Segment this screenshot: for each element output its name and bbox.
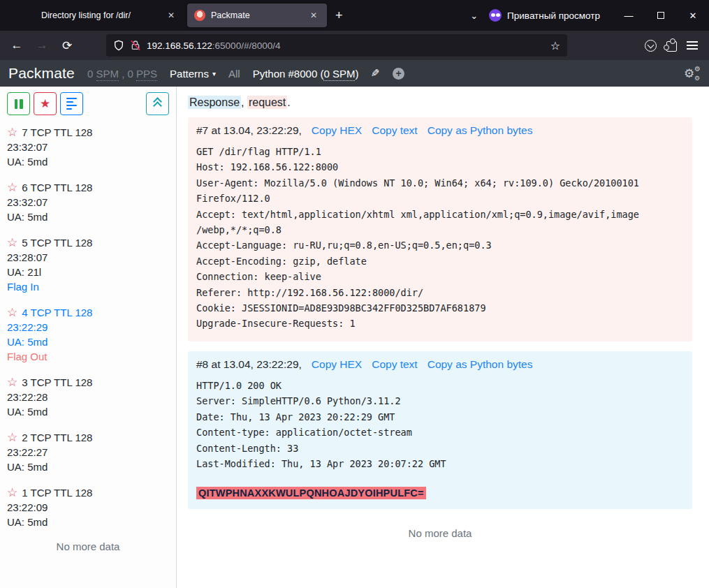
stream-star-icon[interactable]: ☆ (7, 237, 17, 249)
service-spm: 0 SPM (323, 68, 355, 81)
summary-separator: , (241, 96, 247, 108)
pause-icon (15, 99, 23, 109)
edit-service-icon[interactable]: ✎ (371, 67, 380, 80)
copy-hex-link[interactable]: Copy HEX (312, 358, 362, 371)
stream-star-icon[interactable]: ☆ (7, 432, 17, 443)
menu-icon[interactable] (687, 41, 698, 50)
close-tab-icon[interactable]: ✕ (165, 9, 177, 22)
spm-label: SPM (96, 68, 119, 81)
stream-ua: UA: 5md (7, 460, 169, 474)
traffic-stats: 0 SPM , 0 PPS (87, 68, 157, 80)
close-window-button[interactable]: ✕ (677, 0, 709, 31)
packmate-favicon-icon (194, 10, 205, 21)
stream-title: 7 TCP TTL 128 (22, 125, 92, 140)
summary-response-tag: Response (188, 96, 241, 109)
packet-detail-pane: Response, request. #7 at 13.04, 23:22:29… (177, 87, 709, 588)
stream-title: 5 TCP TTL 128 (22, 235, 92, 250)
tab-directory-listing[interactable]: Directory listing for /dir/ ✕ (6, 3, 184, 27)
back-icon[interactable]: ← (6, 35, 28, 56)
scroll-to-top-button[interactable] (146, 92, 169, 115)
bookmark-star-icon[interactable]: ☆ (550, 39, 560, 52)
pocket-icon[interactable] (645, 40, 657, 52)
minimize-button[interactable]: — (613, 0, 645, 31)
stream-time: 23:28:07 (7, 250, 169, 265)
summary-period: . (287, 96, 290, 108)
copy-text-link[interactable]: Copy text (372, 124, 417, 137)
stream-star-icon[interactable]: ☆ (7, 487, 17, 499)
stream-title: 2 TCP TTL 128 (22, 430, 92, 445)
pattern-match-flag: QITWPHNAXXKWULPQNHOAJDYOIHPULFC= (196, 487, 426, 499)
tab-strip: Directory listing for /dir/ ✕ Packmate ✕… (0, 0, 709, 31)
stream-star-icon[interactable]: ☆ (7, 376, 17, 388)
toolbar-right (645, 39, 703, 52)
pps-value: 0 (128, 68, 137, 80)
copy-python-link[interactable]: Copy as Python bytes (427, 358, 533, 371)
stream-ua: UA: 5md (7, 154, 169, 169)
stream-entry-1[interactable]: ☆1 TCP TTL 128 23:22:09 UA: 5md (7, 485, 169, 529)
pause-button[interactable] (7, 92, 30, 115)
stream-star-icon[interactable]: ☆ (7, 182, 17, 193)
main-no-more-data: No more data (188, 527, 692, 539)
extensions-icon[interactable] (666, 41, 677, 52)
new-tab-button[interactable]: + (328, 7, 350, 24)
patterns-dropdown[interactable]: Patterns▾ (170, 68, 216, 80)
maximize-button[interactable] (645, 0, 677, 31)
packet-7-request-block: #7 at 13.04, 23:22:29, Copy HEX Copy tex… (188, 117, 692, 341)
service-selector[interactable]: Python #8000 (0 SPM) (253, 68, 359, 80)
private-mask-icon (489, 9, 502, 22)
copy-text-link[interactable]: Copy text (372, 358, 417, 371)
packet-7-header: #7 at 13.04, 23:22:29, Copy HEX Copy tex… (196, 124, 684, 137)
stream-ua: UA: 5md (7, 210, 169, 224)
copy-python-link[interactable]: Copy as Python bytes (427, 124, 533, 137)
stream-entry-3[interactable]: ☆3 TCP TTL 128 23:22:28 UA: 5md (7, 375, 169, 419)
stream-ua: UA: 5md (7, 335, 169, 349)
sidebar-no-more-data: No more data (7, 541, 169, 552)
stream-title: 1 TCP TTL 128 (22, 485, 92, 500)
stream-entry-6[interactable]: ☆6 TCP TTL 128 23:32:07 UA: 5md (7, 180, 169, 224)
close-tab-icon[interactable]: ✕ (307, 9, 320, 22)
star-icon: ★ (40, 98, 50, 110)
packet-7-meta: #7 at 13.04, 23:22:29, (196, 124, 302, 137)
packet-8-header: #8 at 13.04, 23:22:29, Copy HEX Copy tex… (196, 358, 684, 371)
stream-entry-4-selected[interactable]: ☆4 TCP TTL 128 23:22:29 UA: 5md Flag Out (7, 305, 169, 364)
url-text[interactable]: 192.168.56.122:65000/#/8000/4 (147, 41, 545, 51)
double-chevron-up-icon (154, 101, 161, 109)
app-content: ★ ☆7 TCP TTL 128 23:32:07 UA: 5md ☆6 TCP… (0, 87, 709, 588)
tab-title: Directory listing for /dir/ (13, 10, 159, 20)
tab-packmate[interactable]: Packmate ✕ (187, 3, 327, 27)
stream-time: 23:22:27 (7, 445, 169, 460)
stream-entry-7[interactable]: ☆7 TCP TTL 128 23:32:07 UA: 5md (7, 125, 169, 169)
stream-star-icon[interactable]: ☆ (7, 126, 17, 138)
url-bar[interactable]: 192.168.56.122:65000/#/8000/4 ☆ (106, 34, 567, 57)
list-view-button[interactable] (60, 92, 83, 115)
summary-request-tag: request (247, 96, 287, 109)
stream-star-icon[interactable]: ☆ (7, 307, 17, 318)
sidebar-button-group: ★ (7, 92, 83, 115)
private-browsing-badge: Приватный просмотр (489, 9, 600, 22)
app-header: Packmate 0 SPM , 0 PPS Patterns▾ All Pyt… (0, 60, 709, 87)
insecure-lock-icon[interactable] (130, 40, 141, 51)
private-browsing-label: Приватный просмотр (507, 10, 600, 21)
reload-icon[interactable]: ⟳ (56, 35, 78, 56)
stream-entry-5[interactable]: ☆5 TCP TTL 128 23:28:07 UA: 21l Flag In (7, 235, 169, 294)
flag-in-link[interactable]: Flag In (7, 279, 169, 294)
copy-hex-link[interactable]: Copy HEX (312, 124, 362, 137)
patterns-label: Patterns (170, 68, 209, 80)
favorites-button[interactable]: ★ (34, 92, 57, 115)
filter-all[interactable]: All (228, 68, 240, 80)
stream-title: 3 TCP TTL 128 (22, 375, 92, 390)
stream-entry-2[interactable]: ☆2 TCP TTL 128 23:22:27 UA: 5md (7, 430, 169, 474)
settings-gears-icon[interactable]: ⚙⚙⚙ (684, 66, 701, 80)
stream-time: 23:32:07 (7, 195, 169, 210)
list-all-tabs-icon[interactable]: ⌄ (459, 10, 489, 21)
app-brand[interactable]: Packmate (8, 65, 75, 82)
stream-ua: UA: 5md (7, 404, 169, 419)
stream-ua: UA: 5md (7, 515, 169, 529)
add-service-icon[interactable]: + (393, 68, 404, 80)
tracking-shield-icon[interactable] (113, 40, 124, 51)
packet-7-body: GET /dir/flag HTTP/1.1 Host: 192.168.56.… (196, 144, 684, 332)
stream-time: 23:22:09 (7, 500, 169, 515)
pps-label: PPS (136, 68, 157, 81)
stream-title: 6 TCP TTL 128 (22, 180, 92, 195)
flag-out-link[interactable]: Flag Out (7, 349, 169, 364)
